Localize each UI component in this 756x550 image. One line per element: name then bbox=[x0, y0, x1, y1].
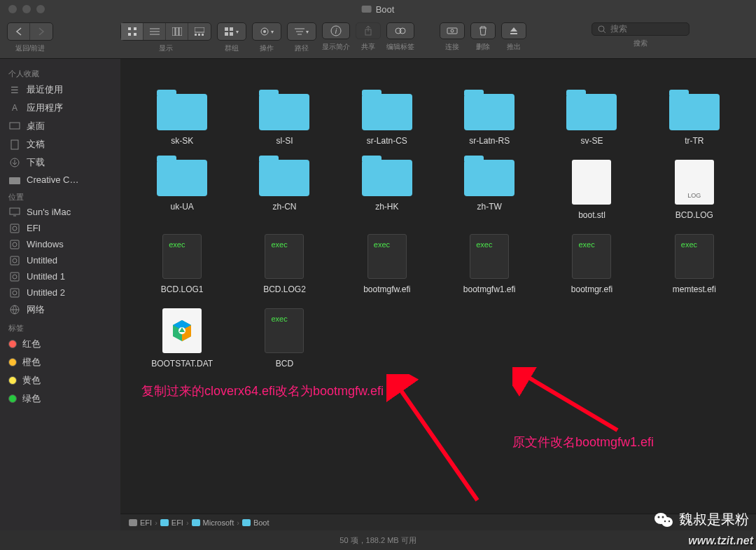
disk-icon bbox=[8, 272, 21, 282]
eject-button[interactable] bbox=[501, 22, 526, 39]
svg-rect-30 bbox=[510, 33, 517, 34]
sidebar-item-applications[interactable]: A应用程序 bbox=[0, 99, 120, 117]
sidebar-tag-red[interactable]: 红色 bbox=[0, 335, 120, 353]
svg-line-54 bbox=[523, 374, 617, 430]
zoom-dot[interactable] bbox=[36, 5, 45, 13]
tag-icon bbox=[8, 358, 17, 366]
view-list[interactable] bbox=[144, 23, 166, 40]
folder-icon bbox=[157, 94, 207, 130]
recents-icon: ☰ bbox=[8, 85, 21, 95]
folder-item[interactable]: sr-Latn-CS bbox=[340, 94, 435, 146]
watermark-text: 魏叔是果粉 bbox=[679, 510, 749, 529]
folder-item[interactable]: sr-Latn-RS bbox=[442, 94, 537, 146]
path-seg[interactable]: EFI bbox=[172, 518, 183, 527]
minimize-dot[interactable] bbox=[22, 5, 31, 13]
wechat-icon bbox=[654, 511, 673, 528]
sidebar-item-untitled[interactable]: Untitled bbox=[0, 252, 120, 268]
info-button[interactable]: i bbox=[322, 22, 350, 39]
svg-point-41 bbox=[13, 226, 17, 231]
folder-item[interactable]: sk-SK bbox=[134, 94, 230, 146]
search-input[interactable]: 搜索 bbox=[592, 22, 690, 36]
sidebar-item-efi[interactable]: EFI bbox=[0, 220, 120, 236]
window-controls bbox=[0, 5, 45, 13]
path-seg[interactable]: Boot bbox=[253, 518, 270, 527]
svg-line-32 bbox=[603, 31, 606, 33]
svg-rect-1 bbox=[134, 27, 136, 30]
sidebar-item-documents[interactable]: 文稿 bbox=[0, 135, 120, 153]
file-item[interactable]: execBCD.LOG1 bbox=[134, 234, 230, 294]
folder-icon bbox=[464, 94, 514, 130]
sidebar-tag-green[interactable]: 绿色 bbox=[0, 390, 120, 408]
group-label: 群组 bbox=[225, 43, 239, 53]
svg-rect-10 bbox=[195, 27, 204, 32]
svg-point-60 bbox=[668, 520, 670, 521]
folder-icon bbox=[669, 94, 720, 130]
forward-button[interactable] bbox=[30, 23, 52, 40]
svg-point-49 bbox=[13, 291, 17, 295]
path-seg[interactable]: Microsoft bbox=[203, 518, 234, 527]
image-file-icon bbox=[162, 308, 202, 353]
sidebar-tag-orange[interactable]: 橙色 bbox=[0, 353, 120, 371]
svg-point-43 bbox=[13, 242, 17, 247]
view-label: 显示 bbox=[159, 43, 173, 53]
view-icons[interactable] bbox=[121, 23, 144, 40]
sidebar-item-desktop[interactable]: 桌面 bbox=[0, 117, 120, 135]
file-item[interactable]: execbootmgfw.efi bbox=[340, 234, 435, 294]
file-item[interactable]: execBCD.LOG2 bbox=[237, 234, 332, 294]
folder-item[interactable]: zh-HK bbox=[340, 160, 435, 220]
svg-rect-46 bbox=[10, 273, 19, 281]
share-button[interactable] bbox=[356, 22, 381, 39]
svg-rect-48 bbox=[10, 289, 19, 297]
file-item[interactable]: execBCD bbox=[237, 308, 332, 369]
action-button[interactable]: ▾ bbox=[253, 23, 281, 40]
folder-icon bbox=[192, 519, 200, 526]
close-dot[interactable] bbox=[8, 5, 17, 13]
share-label: 共享 bbox=[361, 42, 375, 52]
network-icon bbox=[8, 305, 21, 315]
path-button[interactable]: ▾ bbox=[288, 23, 316, 40]
folder-item[interactable]: zh-CN bbox=[237, 160, 332, 220]
sidebar-item-untitled2[interactable]: Untitled 2 bbox=[0, 284, 120, 301]
folder-icon bbox=[566, 94, 617, 130]
exec-icon: exec bbox=[572, 234, 611, 279]
file-grid-area[interactable]: sk-SK sl-SI sr-Latn-CS sr-Latn-RS sv-SE … bbox=[120, 59, 756, 530]
sidebar-item-downloads[interactable]: 下载 bbox=[0, 153, 120, 172]
path-seg[interactable]: EFI bbox=[140, 518, 152, 527]
folder-item[interactable]: uk-UA bbox=[134, 160, 230, 220]
file-item[interactable]: execbootmgfw1.efi bbox=[442, 234, 537, 294]
delete-button[interactable] bbox=[470, 22, 496, 39]
file-item[interactable]: LOGBCD.LOG bbox=[647, 160, 742, 220]
folder-item[interactable]: sl-SI bbox=[237, 94, 332, 146]
sidebar-item-network[interactable]: 网络 bbox=[0, 301, 120, 319]
group-button[interactable]: ▾ bbox=[218, 23, 246, 40]
connect-button[interactable] bbox=[440, 22, 465, 39]
sidebar-item-imac[interactable]: Sun's iMac bbox=[0, 204, 120, 220]
file-item[interactable]: BOOTSTAT.DAT bbox=[134, 308, 230, 369]
file-item[interactable]: execmemtest.efi bbox=[647, 234, 742, 294]
view-gallery[interactable] bbox=[188, 23, 211, 40]
locations-header: 位置 bbox=[0, 188, 120, 204]
window-title: Boot bbox=[362, 4, 395, 15]
folder-item[interactable]: sv-SE bbox=[544, 94, 639, 146]
svg-rect-9 bbox=[179, 27, 182, 36]
sidebar-item-creative[interactable]: Creative C… bbox=[0, 172, 120, 188]
sidebar-item-windows[interactable]: Windows bbox=[0, 236, 120, 252]
sidebar-item-recents[interactable]: ☰最近使用 bbox=[0, 81, 120, 99]
tags-button[interactable] bbox=[386, 22, 414, 39]
view-columns[interactable] bbox=[166, 23, 188, 40]
sidebar-tag-yellow[interactable]: 黄色 bbox=[0, 371, 120, 390]
folder-item[interactable]: zh-TW bbox=[442, 160, 537, 220]
computer-icon bbox=[8, 207, 21, 217]
annotation-left: 复制过来的cloverx64.efi改名为bootmgfw.efi bbox=[141, 383, 384, 399]
search-icon bbox=[598, 25, 606, 34]
svg-rect-0 bbox=[128, 27, 131, 30]
file-item[interactable]: boot.stl bbox=[544, 160, 639, 220]
svg-rect-15 bbox=[225, 32, 228, 36]
svg-rect-7 bbox=[172, 27, 175, 36]
svg-rect-42 bbox=[10, 240, 19, 249]
svg-point-29 bbox=[451, 29, 454, 32]
folder-item[interactable]: tr-TR bbox=[647, 94, 742, 146]
back-button[interactable] bbox=[8, 23, 30, 40]
file-item[interactable]: execbootmgr.efi bbox=[544, 234, 639, 294]
sidebar-item-untitled1[interactable]: Untitled 1 bbox=[0, 268, 120, 284]
